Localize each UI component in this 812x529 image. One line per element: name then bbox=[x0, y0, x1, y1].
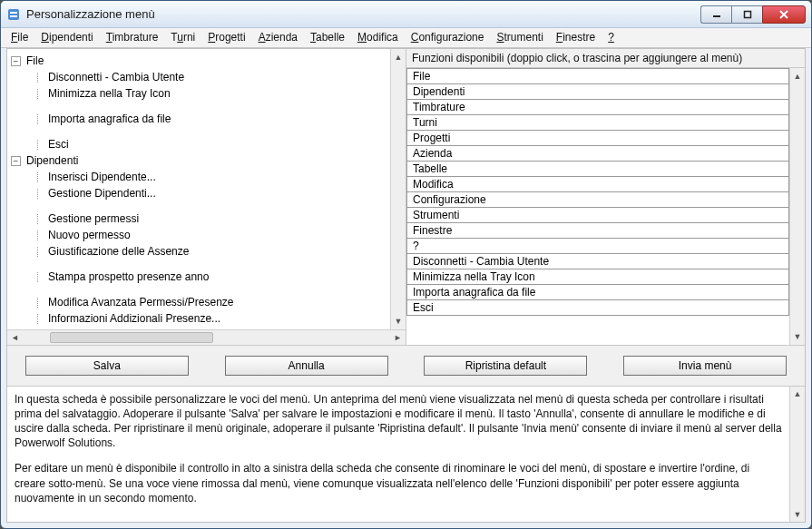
maximize-button[interactable] bbox=[731, 5, 762, 24]
available-function-label: Minimizza nella Tray Icon bbox=[407, 269, 789, 285]
available-function-row[interactable]: Progetti bbox=[407, 131, 789, 146]
send-menu-button[interactable]: Invia menù bbox=[623, 356, 787, 376]
menu-item[interactable]: Timbrature bbox=[100, 28, 165, 47]
available-function-row[interactable]: Configurazione bbox=[407, 192, 789, 208]
available-vertical-scrollbar[interactable]: ▲ ▼ bbox=[789, 68, 805, 345]
scroll-down-icon[interactable]: ▼ bbox=[391, 314, 406, 329]
scroll-right-icon[interactable]: ► bbox=[390, 329, 406, 345]
available-function-row[interactable]: Dipendenti bbox=[407, 84, 789, 100]
help-vertical-scrollbar[interactable]: ▲ ▼ bbox=[789, 387, 805, 522]
scroll-down-icon[interactable]: ▼ bbox=[790, 506, 806, 522]
tree-node-label: Informazioni Addizionali Presenze... bbox=[48, 312, 220, 325]
tree-node[interactable]: Esci bbox=[33, 136, 390, 152]
tree-horizontal-scrollbar[interactable]: ◄ ► bbox=[7, 329, 406, 345]
menu-item[interactable]: Configurazione bbox=[405, 28, 491, 47]
tree-node[interactable]: Nuovo permesso bbox=[33, 227, 390, 243]
scroll-up-icon[interactable]: ▲ bbox=[790, 387, 806, 402]
scroll-up-icon[interactable]: ▲ bbox=[391, 49, 406, 64]
scroll-down-icon[interactable]: ▼ bbox=[790, 329, 806, 345]
menu-bar: FileDipendentiTimbratureTurniProgettiAzi… bbox=[1, 28, 811, 48]
tree-node[interactable]: −File bbox=[11, 53, 390, 69]
available-function-label: Modifica bbox=[407, 177, 789, 192]
save-button[interactable]: Salva bbox=[25, 356, 189, 376]
available-function-row[interactable]: Finestre bbox=[407, 223, 789, 239]
scroll-up-icon[interactable]: ▲ bbox=[790, 68, 806, 83]
tree-node[interactable]: Informazioni Addizionali Presenze... bbox=[33, 310, 390, 327]
menu-item[interactable]: Progetti bbox=[201, 28, 251, 47]
help-text: In questa scheda è possibile personalizz… bbox=[7, 387, 789, 522]
tree-node[interactable]: −Dipendenti bbox=[11, 152, 390, 169]
available-function-row[interactable]: Minimizza nella Tray Icon bbox=[407, 269, 789, 285]
window-title: Personalizzazione menù bbox=[26, 7, 700, 21]
available-function-row[interactable]: Azienda bbox=[407, 146, 789, 162]
available-function-row[interactable]: Turni bbox=[407, 115, 789, 131]
tree-node-label: Esci bbox=[48, 138, 69, 151]
tree-node[interactable]: Importa anagrafica da file bbox=[33, 111, 390, 127]
window-controls bbox=[700, 5, 806, 24]
available-function-row[interactable]: Esci bbox=[407, 300, 789, 316]
menu-item[interactable]: Tabelle bbox=[304, 28, 351, 47]
tree-connector bbox=[33, 114, 43, 124]
help-paragraph: Per editare un menù è disponibile il con… bbox=[15, 461, 782, 505]
cancel-button[interactable]: Annulla bbox=[225, 356, 388, 376]
menu-item[interactable]: Finestre bbox=[550, 28, 602, 47]
close-button[interactable] bbox=[762, 5, 806, 24]
svg-rect-0 bbox=[8, 9, 19, 20]
menu-item[interactable]: Turni bbox=[164, 28, 201, 47]
title-bar: Personalizzazione menù bbox=[1, 1, 811, 28]
available-function-row[interactable]: Modifica bbox=[407, 177, 789, 192]
tree-connector bbox=[33, 314, 43, 324]
collapse-icon[interactable]: − bbox=[11, 156, 21, 166]
available-function-row[interactable]: File bbox=[407, 69, 789, 84]
tree-node[interactable]: Disconnetti - Cambia Utente bbox=[33, 69, 390, 85]
svg-rect-2 bbox=[10, 15, 17, 17]
tree-node[interactable]: Minimizza nella Tray Icon bbox=[33, 85, 390, 102]
minimize-button[interactable] bbox=[700, 5, 731, 24]
app-icon bbox=[6, 7, 21, 22]
tree-connector bbox=[33, 272, 43, 282]
available-function-row[interactable]: Strumenti bbox=[407, 208, 789, 223]
tree-connector bbox=[33, 298, 43, 308]
tree-node[interactable]: Gestione permessi bbox=[33, 211, 390, 227]
split-panes: −FileDisconnetti - Cambia UtenteMinimizz… bbox=[7, 49, 805, 345]
tree-connector bbox=[33, 230, 43, 240]
available-function-label: Strumenti bbox=[407, 208, 789, 223]
restore-default-button[interactable]: Ripristina default bbox=[424, 356, 587, 376]
menu-item[interactable]: Modifica bbox=[351, 28, 405, 47]
tree-node[interactable]: Stampa prospetto presenze anno bbox=[33, 269, 390, 285]
available-function-label: Progetti bbox=[407, 131, 789, 146]
available-function-row[interactable]: Importa anagrafica da file bbox=[407, 285, 789, 300]
available-function-row[interactable]: Disconnetti - Cambia Utente bbox=[407, 254, 789, 269]
menu-item[interactable]: ? bbox=[602, 28, 621, 47]
tree-node[interactable]: Modifica Avanzata Permessi/Presenze bbox=[33, 294, 390, 310]
scroll-thumb[interactable] bbox=[50, 332, 213, 343]
available-function-row[interactable]: Tabelle bbox=[407, 162, 789, 177]
menu-tree[interactable]: −FileDisconnetti - Cambia UtenteMinimizz… bbox=[7, 49, 390, 329]
tree-node-label: Gestione Dipendenti... bbox=[48, 187, 156, 200]
tree-node-label: Importa anagrafica da file bbox=[48, 113, 171, 125]
available-functions-pane: Funzioni disponibili (doppio click, o tr… bbox=[406, 49, 805, 345]
scroll-left-icon[interactable]: ◄ bbox=[7, 329, 23, 345]
tree-node-label: Dipendenti bbox=[26, 154, 78, 167]
available-functions-header: Funzioni disponibili (doppio click, o tr… bbox=[406, 49, 805, 67]
menu-item[interactable]: File bbox=[5, 28, 34, 47]
app-window: Personalizzazione menù FileDipendentiTim… bbox=[0, 0, 812, 529]
tree-vertical-scrollbar[interactable]: ▲ ▼ bbox=[390, 49, 406, 329]
available-function-row[interactable]: Timbrature bbox=[407, 100, 789, 115]
tree-node-label: Disconnetti - Cambia Utente bbox=[48, 71, 184, 83]
tree-node-label: Modifica Avanzata Permessi/Presenze bbox=[48, 296, 234, 309]
tree-node-label: Giustificazione delle Assenze bbox=[48, 245, 189, 258]
available-function-label: Finestre bbox=[407, 223, 789, 239]
menu-item[interactable]: Strumenti bbox=[490, 28, 549, 47]
tree-node[interactable]: Giustificazione delle Assenze bbox=[33, 243, 390, 260]
tree-node[interactable]: Gestione Dipendenti... bbox=[33, 185, 390, 201]
tree-node-label: Gestione permessi bbox=[48, 212, 139, 225]
menu-item[interactable]: Dipendenti bbox=[34, 28, 99, 47]
available-function-row[interactable]: ? bbox=[407, 239, 789, 254]
available-functions-list[interactable]: FileDipendentiTimbratureTurniProgettiAzi… bbox=[406, 68, 789, 345]
tree-node-label: Minimizza nella Tray Icon bbox=[48, 87, 171, 100]
tree-node[interactable]: Inserisci Dipendente... bbox=[33, 169, 390, 185]
menu-item[interactable]: Azienda bbox=[252, 28, 304, 47]
collapse-icon[interactable]: − bbox=[11, 56, 21, 66]
available-function-label: Turni bbox=[407, 115, 789, 131]
